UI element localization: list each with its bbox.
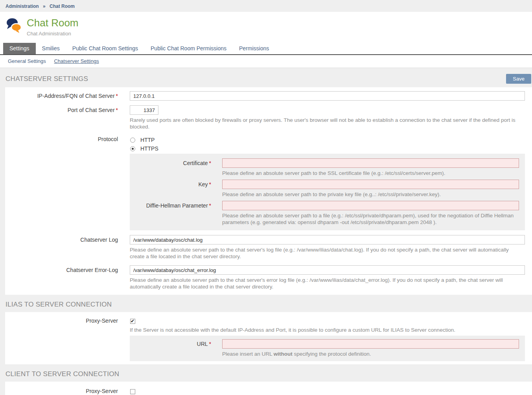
subtab-general-settings[interactable]: General Settings [8,58,46,64]
ilias-proxy-label: Proxy-Server [86,318,118,324]
tab-settings[interactable]: Settings [3,43,36,54]
diffie-hellman-label: Diffie-Hellman Parameter [146,202,208,209]
section-title-client-connection: CLIENT TO SERVER CONNECTION [6,370,119,378]
section-title-chatserver-settings: CHATSERVER SETTINGS [6,75,88,83]
required-marker: * [209,181,211,187]
form-row-diffie-hellman: Diffie-Hellman Parameter* Please define … [130,201,519,226]
protocol-label: Protocol [98,136,118,142]
breadcrumb: Administration » Chat Room [0,0,532,12]
form-row-chatserver-error-log: Chatserver Error-Log Please define an ab… [5,265,532,290]
key-byline: Please define an absolute server path to… [222,191,519,198]
section-title-ilias-connection: ILIAS TO SERVER CONNECTION [6,301,112,309]
ip-address-label: IP-Address/FQN of Chat Server [37,93,115,99]
required-marker: * [209,341,211,347]
chatserver-log-label: Chatserver Log [80,237,118,243]
protocol-http-radio[interactable] [130,138,135,143]
key-input[interactable] [222,180,519,189]
form-row-https-dependencies: Certificate* Please define an absolute s… [5,154,532,230]
title-block: Chat Room Chat Administration [27,17,79,37]
chatserver-log-input[interactable] [130,235,525,244]
ilias-proxy-panel: URL* Please insert an URL without specif… [130,336,525,361]
ilias-proxy-checkbox[interactable] [130,319,135,324]
ilias-proxy-byline: If the Server is not accessible with the… [130,327,525,333]
port-byline: Rarely used ports are often blocked by f… [130,117,525,130]
protocol-option-http: HTTP [130,136,525,144]
diffie-hellman-byline: Please define an absolute server path to… [222,212,519,226]
page: Administration » Chat Room Chat Room Cha… [0,0,532,395]
protocol-https-radio[interactable] [130,146,135,151]
tab-permissions[interactable]: Permissions [233,43,275,54]
section-client-connection-header: CLIENT TO SERVER CONNECTION [0,364,532,382]
chatserver-log-byline: Please define an absolute server path to… [130,246,525,260]
form-row-url: URL* Please insert an URL without specif… [130,339,519,357]
subtab-chatserver-settings[interactable]: Chatserver Settings [54,58,99,64]
client-connection-form: Proxy-Server If the Server is not access… [5,382,532,395]
chat-bubbles-icon [5,17,23,37]
tab-smilies[interactable]: Smilies [36,43,66,54]
breadcrumb-link-chat-room[interactable]: Chat Room [50,4,75,9]
tab-bar: Settings Smilies Public Chat Room Settin… [0,43,532,55]
required-marker: * [209,160,211,166]
required-marker: * [116,107,118,113]
form-row-certificate: Certificate* Please define an absolute s… [130,158,519,176]
breadcrumb-link-administration[interactable]: Administration [6,4,39,9]
ilias-connection-form: Proxy-Server If the Server is not access… [5,312,532,364]
diffie-hellman-input[interactable] [222,201,519,210]
ip-address-input[interactable] [130,91,525,101]
url-input[interactable] [222,339,519,349]
url-byline-bold: without [274,351,293,357]
url-label: URL [197,341,208,347]
certificate-label: Certificate [183,160,208,166]
subtab-bar: General Settings Chatserver Settings [0,55,532,68]
certificate-input[interactable] [222,158,519,168]
port-input[interactable] [130,105,158,115]
breadcrumb-separator: » [43,4,46,9]
required-marker: * [209,202,211,209]
port-label: Port of Chat Server [68,107,115,113]
client-proxy-label: Proxy-Server [86,388,118,394]
protocol-option-https: HTTPS [130,144,525,153]
save-button[interactable]: Save [506,74,531,84]
form-row-ilias-proxy: Proxy-Server If the Server is not access… [5,318,532,333]
form-row-key: Key* Please define an absolute server pa… [130,180,519,198]
form-row-protocol: Protocol HTTP HTTPS [5,136,532,153]
section-ilias-connection-header: ILIAS TO SERVER CONNECTION [0,295,532,312]
key-label: Key [198,181,208,187]
required-marker: * [116,93,118,99]
form-row-chatserver-log: Chatserver Log Please define an absolute… [5,235,532,260]
section-chatserver-settings-header: CHATSERVER SETTINGS Save [0,68,532,87]
chatserver-error-log-byline: Please define an absolute server path to… [130,277,525,290]
protocol-http-label: HTTP [140,137,155,143]
chatserver-error-log-label: Chatserver Error-Log [66,267,118,273]
protocol-https-label: HTTPS [140,145,158,152]
form-row-port: Port of Chat Server* Rarely used ports a… [5,105,532,130]
client-proxy-checkbox[interactable] [130,389,135,394]
form-row-ip-address: IP-Address/FQN of Chat Server* [5,91,532,101]
chatserver-error-log-input[interactable] [130,265,525,275]
page-header: Chat Room Chat Administration [0,12,532,43]
certificate-byline: Please define an absolute server path to… [222,170,519,176]
form-row-client-proxy: Proxy-Server If the Server is not access… [5,388,532,395]
tab-public-chat-room-settings[interactable]: Public Chat Room Settings [66,43,144,54]
chatserver-settings-form: IP-Address/FQN of Chat Server* Port of C… [5,87,532,295]
page-title: Chat Room [27,17,79,29]
https-settings-panel: Certificate* Please define an absolute s… [130,154,525,230]
page-subtitle: Chat Administration [27,31,79,37]
form-row-url-panel: URL* Please insert an URL without specif… [5,336,532,361]
tab-public-chat-room-permissions[interactable]: Public Chat Room Permissions [144,43,233,54]
url-byline: Please insert an URL without specifying … [222,351,519,357]
